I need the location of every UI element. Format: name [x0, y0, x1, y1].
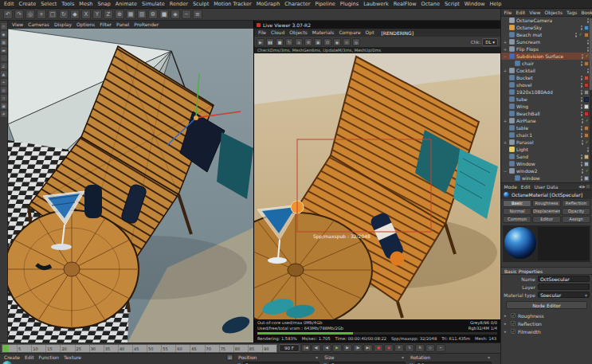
x-axis-lock-icon[interactable]: X — [81, 10, 91, 19]
coord-group-header[interactable]: Position▾ — [237, 354, 320, 361]
texture-tag-icon[interactable] — [584, 133, 589, 138]
menu-mesh[interactable]: Mesh — [76, 0, 95, 8]
lv-menu-cloud[interactable]: Cloud — [269, 29, 287, 37]
goto-start-icon[interactable]: |◀ — [301, 344, 311, 352]
live-selection-icon[interactable]: ◎ — [25, 10, 35, 19]
am-menu-mode[interactable]: Mode — [502, 183, 519, 190]
material-type-field[interactable]: Specular▾ — [538, 292, 590, 298]
tab-opacity[interactable]: Opacity — [562, 208, 590, 215]
history-back-icon[interactable]: ◀ — [578, 184, 582, 189]
material-menu-edit[interactable]: Edit — [22, 354, 37, 361]
timeline-tick-35[interactable]: 35 — [104, 345, 118, 352]
editor-visibility-dot[interactable] — [582, 54, 584, 57]
render-visibility-dot[interactable] — [581, 128, 583, 131]
mograph-cloner-icon[interactable]: ≡ — [193, 10, 202, 19]
object-row-subdivision-surface[interactable]: −Subdivision Surface✓ — [501, 53, 592, 60]
menu-simulate[interactable]: Simulate — [139, 0, 167, 8]
timeline-tick-80[interactable]: 80 — [233, 345, 248, 352]
camera-sync-icon[interactable]: ◎ — [352, 38, 360, 46]
visibility-dots[interactable] — [582, 54, 584, 59]
enabled-check-icon[interactable]: ✓ — [585, 167, 589, 174]
object-row-cocktail[interactable]: +Cocktail — [501, 67, 592, 74]
record-parameters-icon[interactable]: ◇ — [425, 344, 435, 352]
round-table-wireframe[interactable] — [8, 210, 139, 328]
chevron-right-icon[interactable]: ▸ — [504, 313, 508, 318]
redo-icon[interactable]: ↷ — [14, 10, 24, 19]
texture-tag-icon[interactable] — [584, 104, 589, 109]
lv-menu-materials[interactable]: Materials — [310, 29, 337, 37]
object-row-light[interactable]: Light — [501, 146, 592, 153]
menu-character[interactable]: Character — [282, 0, 312, 8]
viewport-menu-filter[interactable]: Filter — [97, 21, 114, 29]
enabled-check-icon[interactable]: ✓ — [585, 139, 589, 146]
visibility-dots[interactable] — [581, 112, 583, 116]
menu-pipeline[interactable]: Pipeline — [312, 0, 337, 8]
primitive-cube-icon[interactable]: ■ — [159, 10, 169, 19]
texture-tag-icon[interactable] — [584, 155, 589, 159]
material-slot-thumbnail[interactable] — [2, 361, 12, 364]
expand-toggle[interactable]: + — [503, 139, 508, 146]
visibility-dots[interactable] — [587, 47, 590, 52]
visibility-dots[interactable] — [582, 140, 584, 145]
viewport-panel[interactable]: ViewCamerasDisplayOptionsFilterPanelProR… — [8, 21, 253, 342]
menu-animate[interactable]: Animate — [113, 0, 139, 8]
record-scale-icon[interactable]: S — [405, 344, 414, 352]
tab-displacement[interactable]: Displacement — [532, 208, 561, 215]
editor-visibility-dot[interactable] — [581, 176, 583, 178]
autokey-toggle-icon[interactable]: ◉ — [384, 344, 394, 352]
render-visibility-dot[interactable] — [587, 42, 590, 45]
object-row-beachball[interactable]: BeachBall — [501, 110, 592, 117]
render-visibility-dot[interactable] — [587, 150, 590, 152]
render-visibility-dot[interactable] — [581, 135, 583, 138]
render-visibility-dot[interactable] — [587, 71, 590, 73]
y-axis-lock-icon[interactable]: Y — [92, 10, 102, 19]
visibility-dots[interactable] — [587, 18, 590, 23]
visibility-dots[interactable] — [581, 83, 583, 88]
object-row-beach-mat[interactable]: Beach mat✓ — [501, 31, 592, 38]
record-rotation-icon[interactable]: R — [415, 344, 425, 352]
timeline-tick-50[interactable]: 50 — [147, 345, 161, 352]
visibility-dots[interactable] — [581, 162, 583, 166]
menu-tools[interactable]: Tools — [59, 0, 76, 8]
menu-script[interactable]: Script — [442, 0, 462, 8]
editor-visibility-dot[interactable] — [581, 61, 583, 64]
visibility-dots[interactable] — [581, 176, 583, 181]
timeline-tick-5[interactable]: 5 — [17, 345, 31, 352]
enabled-check-icon[interactable]: ✓ — [578, 31, 582, 38]
timeline-tick-60[interactable]: 60 — [175, 345, 190, 352]
make-editable-icon[interactable]: ◇ — [1, 23, 7, 29]
menu-laubwerk[interactable]: Laubwerk — [361, 0, 391, 8]
viewport-menu-cameras[interactable]: Cameras — [25, 21, 52, 29]
timeline-tick-10[interactable]: 10 — [31, 345, 45, 352]
render-visibility-dot[interactable] — [581, 78, 583, 80]
object-row-window[interactable]: Window — [501, 160, 592, 167]
basic-properties-header[interactable]: Basic Properties — [501, 267, 592, 275]
play-icon[interactable]: ▶ — [257, 38, 265, 46]
pause-icon[interactable]: ▮▮ — [266, 38, 274, 46]
locked-workplane-icon[interactable]: ▣ — [1, 103, 7, 109]
viewport-menu-prorender[interactable]: ProRender — [131, 21, 161, 29]
name-field[interactable]: OctSpecular — [538, 276, 590, 282]
render-visibility-dot[interactable] — [587, 21, 590, 23]
visibility-dots[interactable] — [581, 126, 583, 131]
menu-render[interactable]: Render — [167, 0, 190, 8]
render-visibility-dot[interactable] — [581, 100, 583, 102]
stop-icon[interactable]: ■ — [276, 38, 284, 46]
next-frame-icon[interactable]: ▶ — [343, 344, 352, 352]
material-menu-create[interactable]: Create — [2, 354, 22, 361]
object-row-chair-1[interactable]: chair.1 — [501, 131, 592, 139]
menu-realflow[interactable]: RealFlow — [391, 0, 419, 8]
undo-icon[interactable]: ↶ — [3, 10, 13, 19]
render-visibility-dot[interactable] — [587, 49, 590, 52]
editor-visibility-dot[interactable] — [581, 90, 583, 92]
texture-tag-icon[interactable] — [584, 76, 589, 80]
texture-tag-icon[interactable] — [584, 33, 589, 37]
visibility-dots[interactable] — [581, 155, 583, 159]
quantize-icon[interactable]: # — [1, 111, 7, 117]
render-visibility-dot[interactable] — [581, 85, 583, 88]
editor-visibility-dot[interactable] — [587, 40, 590, 42]
texture-mode-icon[interactable]: ▦ — [1, 39, 7, 45]
editor-visibility-dot[interactable] — [581, 104, 583, 107]
snap-toggle-icon[interactable]: ∩ — [1, 95, 7, 101]
chevron-right-icon[interactable]: ▸ — [504, 329, 508, 334]
